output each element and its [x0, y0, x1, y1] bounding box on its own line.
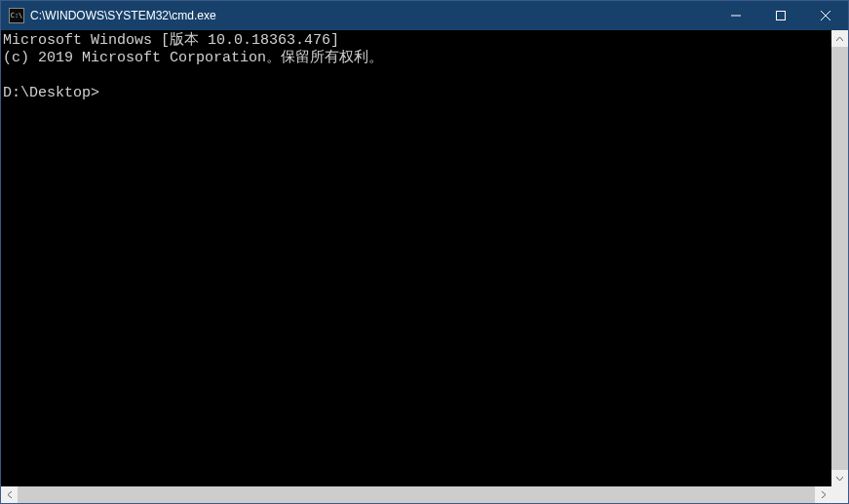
horizontal-scroll-track[interactable]: [18, 486, 815, 503]
chevron-down-icon: [836, 477, 843, 481]
cmd-window: C:\ C:\WINDOWS\SYSTEM32\cmd.exe Microsof…: [0, 0, 849, 504]
terminal-output[interactable]: Microsoft Windows [版本 10.0.18363.476] (c…: [1, 30, 831, 486]
scrollbar-corner: [831, 486, 848, 503]
svg-rect-1: [777, 12, 786, 20]
chevron-left-icon: [8, 491, 12, 498]
minimize-button[interactable]: [714, 1, 758, 30]
close-button[interactable]: [803, 1, 848, 30]
vertical-scrollbar[interactable]: [831, 30, 848, 486]
terminal-line-copyright: (c) 2019 Microsoft Corporation。保留所有权利。: [3, 50, 383, 66]
maximize-icon: [776, 11, 786, 20]
window-title: C:\WINDOWS\SYSTEM32\cmd.exe: [30, 9, 216, 22]
minimize-icon: [731, 11, 741, 20]
close-icon: [821, 11, 830, 20]
horizontal-scroll-thumb[interactable]: [18, 486, 815, 503]
chevron-right-icon: [822, 491, 826, 498]
terminal-line-version: Microsoft Windows [版本 10.0.18363.476]: [3, 32, 339, 49]
terminal-prompt: D:\Desktop>: [3, 85, 99, 101]
maximize-button[interactable]: [758, 1, 803, 30]
horizontal-scrollbar[interactable]: [1, 486, 848, 503]
app-icon-label: C:\: [11, 12, 23, 19]
titlebar[interactable]: C:\ C:\WINDOWS\SYSTEM32\cmd.exe: [1, 1, 848, 30]
vertical-scroll-thumb[interactable]: [831, 47, 848, 470]
vertical-scroll-track[interactable]: [831, 47, 848, 470]
terminal-wrap: Microsoft Windows [版本 10.0.18363.476] (c…: [1, 30, 848, 486]
scroll-up-button[interactable]: [831, 30, 848, 47]
chevron-up-icon: [836, 37, 843, 41]
scroll-down-button[interactable]: [831, 470, 848, 486]
scroll-left-button[interactable]: [1, 486, 18, 503]
scroll-right-button[interactable]: [815, 486, 831, 503]
client-area: Microsoft Windows [版本 10.0.18363.476] (c…: [1, 30, 848, 503]
app-icon: C:\: [9, 8, 24, 23]
